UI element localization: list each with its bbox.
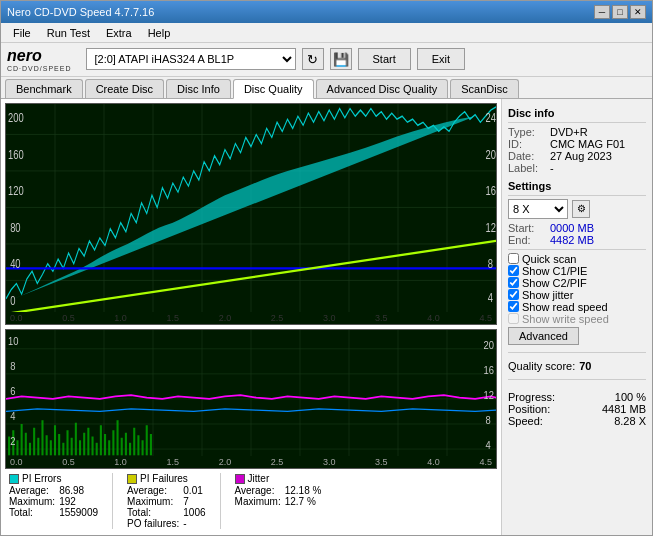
jitter-max-key: Maximum: xyxy=(235,496,281,507)
pif-avg-key: Average: xyxy=(127,485,179,496)
svg-rect-51 xyxy=(46,435,48,455)
svg-rect-62 xyxy=(91,437,93,456)
pi-failures-color xyxy=(127,474,137,484)
exit-button[interactable]: Exit xyxy=(417,48,465,70)
quality-value: 70 xyxy=(579,360,591,372)
show-c2pif-checkbox[interactable] xyxy=(508,277,519,288)
bottom-chart: 20 16 12 8 4 10 8 6 4 2 0.00.51.01.52.02… xyxy=(5,329,497,469)
legend-area: PI Errors Average: 86.98 Maximum: 192 To… xyxy=(5,469,497,531)
close-button[interactable]: ✕ xyxy=(630,5,646,19)
settings-icon[interactable]: ⚙ xyxy=(572,200,590,218)
svg-rect-66 xyxy=(108,440,110,455)
drive-select[interactable]: [2:0] ATAPI iHAS324 A BL1P xyxy=(86,48,296,70)
settings-section: Settings 8 X ⚙ Start: 0000 MB End: 4482 … xyxy=(508,178,646,345)
nero-subtitle: CD·DVD/SPEED xyxy=(7,65,72,72)
svg-rect-44 xyxy=(16,440,18,455)
show-write-label: Show write speed xyxy=(522,313,609,325)
tab-scan-disc[interactable]: ScanDisc xyxy=(450,79,518,98)
jitter-legend: Jitter Average: 12.18 % Maximum: 12.7 % xyxy=(235,473,322,529)
show-read-row: Show read speed xyxy=(508,301,646,313)
id-value: CMC MAG F01 xyxy=(550,138,625,150)
svg-text:8: 8 xyxy=(486,414,491,426)
show-c1pie-row: Show C1/PIE xyxy=(508,265,646,277)
show-read-label: Show read speed xyxy=(522,301,608,313)
svg-rect-74 xyxy=(142,440,144,455)
show-c1pie-checkbox[interactable] xyxy=(508,265,519,276)
svg-rect-61 xyxy=(87,428,89,456)
svg-rect-58 xyxy=(75,423,77,456)
menu-extra[interactable]: Extra xyxy=(98,25,140,41)
date-value: 27 Aug 2023 xyxy=(550,150,612,162)
save-icon[interactable]: 💾 xyxy=(330,48,352,70)
pi-failures-legend: PI Failures Average: 0.01 Maximum: 7 Tot… xyxy=(127,473,206,529)
show-write-row: Show write speed xyxy=(508,313,646,325)
svg-text:24: 24 xyxy=(486,109,496,124)
tab-create-disc[interactable]: Create Disc xyxy=(85,79,164,98)
top-chart-svg: 24 20 16 12 8 4 200 160 120 80 40 0 xyxy=(6,104,496,325)
svg-rect-67 xyxy=(112,430,114,455)
main-content: 24 20 16 12 8 4 200 160 120 80 40 0 0.00… xyxy=(1,99,652,535)
svg-text:120: 120 xyxy=(8,182,24,197)
svg-rect-68 xyxy=(117,420,119,455)
svg-text:200: 200 xyxy=(8,109,24,124)
svg-text:20: 20 xyxy=(483,339,494,351)
tab-disc-info[interactable]: Disc Info xyxy=(166,79,231,98)
svg-text:20: 20 xyxy=(486,146,496,161)
show-write-checkbox[interactable] xyxy=(508,313,519,324)
show-jitter-checkbox[interactable] xyxy=(508,289,519,300)
pi-total-val: 1559009 xyxy=(59,507,98,518)
disc-label-value: - xyxy=(550,162,554,174)
show-c2pif-label: Show C2/PIF xyxy=(522,277,587,289)
pi-errors-legend: PI Errors Average: 86.98 Maximum: 192 To… xyxy=(9,473,98,529)
pi-failures-label: PI Failures xyxy=(140,473,188,484)
quality-label: Quality score: xyxy=(508,360,575,372)
show-read-checkbox[interactable] xyxy=(508,301,519,312)
svg-rect-49 xyxy=(37,438,39,456)
type-label: Type: xyxy=(508,126,546,138)
disc-label-label: Label: xyxy=(508,162,546,174)
svg-rect-75 xyxy=(146,425,148,455)
progress-value: 100 % xyxy=(615,391,646,403)
tab-advanced-disc-quality[interactable]: Advanced Disc Quality xyxy=(316,79,449,98)
svg-rect-72 xyxy=(133,428,135,456)
end-label: End: xyxy=(508,234,546,246)
bottom-chart-x-labels: 0.00.51.01.52.02.53.03.54.04.5 xyxy=(6,456,496,468)
bottom-chart-svg: 20 16 12 8 4 10 8 6 4 2 xyxy=(6,330,496,468)
svg-text:8: 8 xyxy=(488,255,494,270)
svg-text:16: 16 xyxy=(486,182,496,197)
tab-benchmark[interactable]: Benchmark xyxy=(5,79,83,98)
jitter-color xyxy=(235,474,245,484)
pi-avg-key: Average: xyxy=(9,485,55,496)
pif-total-key: Total: xyxy=(127,507,179,518)
pi-max-key: Maximum: xyxy=(9,496,55,507)
start-label: Start: xyxy=(508,222,546,234)
start-button[interactable]: Start xyxy=(358,48,411,70)
title-bar: Nero CD-DVD Speed 4.7.7.16 ─ □ ✕ xyxy=(1,1,652,23)
svg-text:6: 6 xyxy=(10,386,15,398)
menu-help[interactable]: Help xyxy=(140,25,179,41)
show-c2pif-row: Show C2/PIF xyxy=(508,277,646,289)
svg-text:40: 40 xyxy=(10,255,21,270)
svg-rect-48 xyxy=(33,428,35,456)
pi-errors-label: PI Errors xyxy=(22,473,61,484)
advanced-button[interactable]: Advanced xyxy=(508,327,579,345)
pif-max-key: Maximum: xyxy=(127,496,179,507)
svg-text:4: 4 xyxy=(10,411,15,423)
menu-file[interactable]: File xyxy=(5,25,39,41)
tab-disc-quality[interactable]: Disc Quality xyxy=(233,79,314,99)
toolbar: nero CD·DVD/SPEED [2:0] ATAPI iHAS324 A … xyxy=(1,43,652,77)
pif-total-val: 1006 xyxy=(183,507,205,518)
logo: nero CD·DVD/SPEED xyxy=(7,47,72,72)
speed-select[interactable]: 8 X xyxy=(508,199,568,219)
main-window: Nero CD-DVD Speed 4.7.7.16 ─ □ ✕ File Ru… xyxy=(0,0,653,536)
pi-total-key: Total: xyxy=(9,507,55,518)
title-bar-buttons: ─ □ ✕ xyxy=(594,5,646,19)
start-value: 0000 MB xyxy=(550,222,594,234)
svg-text:16: 16 xyxy=(483,364,494,376)
po-val: - xyxy=(183,518,205,529)
menu-run-test[interactable]: Run Test xyxy=(39,25,98,41)
quick-scan-checkbox[interactable] xyxy=(508,253,519,264)
minimize-button[interactable]: ─ xyxy=(594,5,610,19)
refresh-icon[interactable]: ↻ xyxy=(302,48,324,70)
maximize-button[interactable]: □ xyxy=(612,5,628,19)
